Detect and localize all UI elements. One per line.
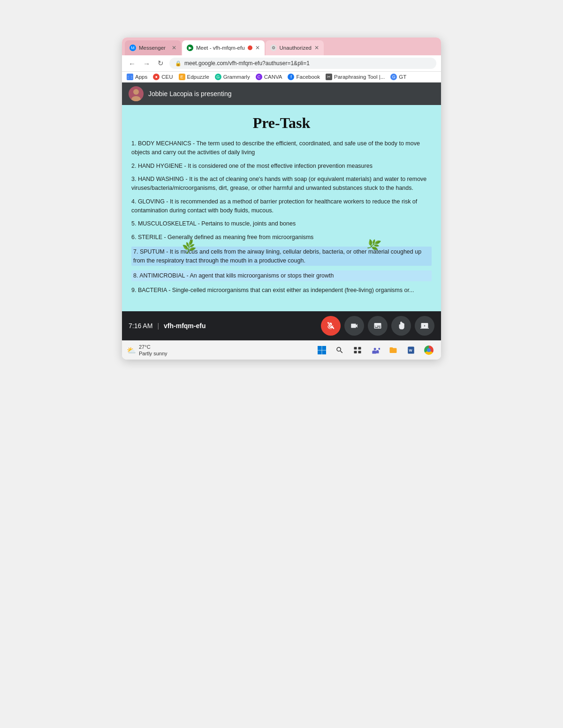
- presentation-area: 🌿 🌿 Pre-Task 1. BODY MECHANICS - The ter…: [122, 105, 441, 311]
- ceu-bookmark-icon: ●: [153, 74, 160, 80]
- bookmark-gt[interactable]: G GT: [390, 74, 406, 80]
- pretask-items: 1. BODY MECHANICS - The term used to des…: [131, 139, 432, 295]
- grammarly-bookmark-icon: G: [215, 74, 221, 80]
- bookmarks-bar: ⋮⋮ Apps ● CEU E Edpuzzle G Grammarly C C…: [122, 72, 441, 83]
- task-view-button[interactable]: [350, 343, 365, 358]
- tab-unauthorized-close[interactable]: ✕: [314, 45, 319, 51]
- url-bar[interactable]: 🔒 meet.google.com/vfh-mfqm-efu?authuser=…: [169, 58, 436, 69]
- forward-button[interactable]: →: [141, 59, 152, 68]
- pretask-item-7: 7. SPUTUM - It is mucus and cells from t…: [131, 247, 432, 266]
- bookmark-facebook-label: Facebook: [296, 74, 320, 80]
- svg-rect-6: [358, 351, 361, 353]
- presenter-avatar: [129, 86, 144, 101]
- tab-bar: M Messenger ✕ ▶ Meet - vfh-mfqm-efu ✕ ⚙ …: [122, 38, 441, 55]
- refresh-button[interactable]: ↻: [156, 58, 166, 68]
- bookmark-paraphrasing-label: Paraphrasing Tool |...: [334, 74, 385, 80]
- meet-icon: ▶: [187, 45, 193, 51]
- facebook-bookmark-icon: f: [288, 74, 294, 80]
- bookmark-edpuzzle[interactable]: E Edpuzzle: [179, 74, 209, 80]
- captions-button[interactable]: [368, 316, 388, 336]
- bookmark-gt-label: GT: [399, 74, 406, 80]
- tab-messenger[interactable]: M Messenger ✕: [125, 40, 181, 55]
- bookmark-grammarly-label: Grammarly: [223, 74, 250, 80]
- pretask-item-9: 9. BACTERIA - Single-celled microorganis…: [131, 286, 432, 295]
- svg-rect-5: [354, 351, 357, 353]
- meet-code: vfh-mfqm-efu: [164, 322, 205, 330]
- present-button[interactable]: [415, 316, 434, 336]
- weather-condition: Partly sunny: [139, 350, 167, 357]
- windows-taskbar: ⛅ 27°C Partly sunny: [122, 340, 441, 360]
- raise-hand-button[interactable]: [391, 316, 411, 336]
- meet-divider: |: [157, 322, 159, 330]
- weather-temp: 27°C: [139, 344, 167, 350]
- url-text: meet.google.com/vfh-mfqm-efu?authuser=1&…: [184, 60, 310, 67]
- taskbar-right: W: [314, 343, 436, 358]
- unauthorized-icon: ⚙: [270, 45, 277, 51]
- files-taskbar-button[interactable]: [386, 343, 401, 358]
- tab-unauthorized[interactable]: ⚙ Unauthorized ✕: [266, 40, 324, 55]
- weather-icon: ⛅: [127, 346, 136, 355]
- tab-unauthorized-label: Unauthorized: [280, 45, 312, 51]
- svg-text:W: W: [409, 348, 413, 353]
- chrome-taskbar-button[interactable]: [421, 343, 436, 358]
- teams-taskbar-button[interactable]: [368, 343, 383, 358]
- browser-window: M Messenger ✕ ▶ Meet - vfh-mfqm-efu ✕ ⚙ …: [122, 38, 441, 360]
- bookmark-apps-label: Apps: [135, 74, 147, 80]
- gt-bookmark-icon: G: [390, 74, 397, 80]
- meet-time: 7:16 AM: [129, 322, 152, 330]
- bookmark-ceu-label: CEU: [161, 74, 173, 80]
- pretask-item-6: 6. STERILE - Generally defined as meanin…: [131, 233, 432, 242]
- bookmark-facebook[interactable]: f Facebook: [288, 74, 320, 80]
- pretask-item-1: 1. BODY MECHANICS - The term used to des…: [131, 139, 432, 157]
- tab-meet[interactable]: ▶ Meet - vfh-mfqm-efu ✕: [182, 40, 265, 55]
- pretask-item-8: 8. ANTIMICROBIAL - An agent that kills m…: [131, 270, 432, 281]
- bookmark-paraphrasing[interactable]: ✂ Paraphrasing Tool |...: [326, 74, 385, 80]
- weather-text: 27°C Partly sunny: [139, 344, 167, 357]
- apps-bookmark-icon: ⋮⋮: [127, 74, 133, 80]
- tab-meet-label: Meet - vfh-mfqm-efu: [196, 45, 245, 51]
- word-taskbar-button[interactable]: W: [403, 343, 418, 358]
- tab-messenger-close[interactable]: ✕: [172, 45, 176, 51]
- presenter-bar: Jobbie Lacopia is presenting: [122, 83, 441, 105]
- pretask-title: Pre-Task: [131, 114, 432, 132]
- meet-controls-bar: 7:16 AM | vfh-mfqm-efu: [122, 311, 441, 340]
- paraphrasing-bookmark-icon: ✂: [326, 74, 332, 80]
- svg-rect-4: [358, 347, 361, 349]
- mic-button[interactable]: [321, 316, 341, 336]
- address-bar: ← → ↻ 🔒 meet.google.com/vfh-mfqm-efu?aut…: [122, 55, 441, 72]
- bookmark-apps[interactable]: ⋮⋮ Apps: [127, 74, 147, 80]
- back-button[interactable]: ←: [127, 59, 137, 68]
- pretask-item-4: 4. GLOVING - It is recommended as a meth…: [131, 197, 432, 215]
- meet-controls-right: [321, 316, 434, 336]
- svg-point-0: [133, 89, 139, 95]
- presentation-wrapper: 🌿 🌿 Pre-Task 1. BODY MECHANICS - The ter…: [122, 105, 441, 311]
- tab-messenger-label: Messenger: [139, 45, 169, 51]
- tab-meet-close[interactable]: ✕: [255, 45, 260, 51]
- windows-start-button[interactable]: [314, 343, 329, 358]
- meet-container: Jobbie Lacopia is presenting 🌿 🌿 Pre-Tas…: [122, 83, 441, 340]
- chrome-icon: [424, 345, 434, 355]
- bookmark-canva-label: CANVA: [264, 74, 282, 80]
- presenter-name: Jobbie Lacopia is presenting: [148, 90, 231, 98]
- bookmark-canva[interactable]: C CANVA: [256, 74, 282, 80]
- bookmark-ceu[interactable]: ● CEU: [153, 74, 173, 80]
- recording-indicator: [248, 45, 252, 50]
- bookmark-grammarly[interactable]: G Grammarly: [215, 74, 250, 80]
- messenger-icon: M: [129, 45, 136, 51]
- camera-button[interactable]: [344, 316, 364, 336]
- svg-point-1: [131, 96, 141, 101]
- weather-widget[interactable]: ⛅ 27°C Partly sunny: [127, 344, 167, 357]
- pretask-item-5: 5. MUSCULOSKELETAL - Pertains to muscle,…: [131, 219, 432, 228]
- svg-rect-3: [354, 347, 357, 349]
- bookmark-edpuzzle-label: Edpuzzle: [187, 74, 209, 80]
- search-taskbar-button[interactable]: [332, 343, 347, 358]
- edpuzzle-bookmark-icon: E: [179, 74, 185, 80]
- canva-bookmark-icon: C: [256, 74, 262, 80]
- pretask-item-2: 2. HAND HYGIENE - It is considered one o…: [131, 162, 432, 171]
- pretask-item-3: 3. HAND WASHING - It is the act of clean…: [131, 175, 432, 193]
- lock-icon: 🔒: [175, 60, 182, 67]
